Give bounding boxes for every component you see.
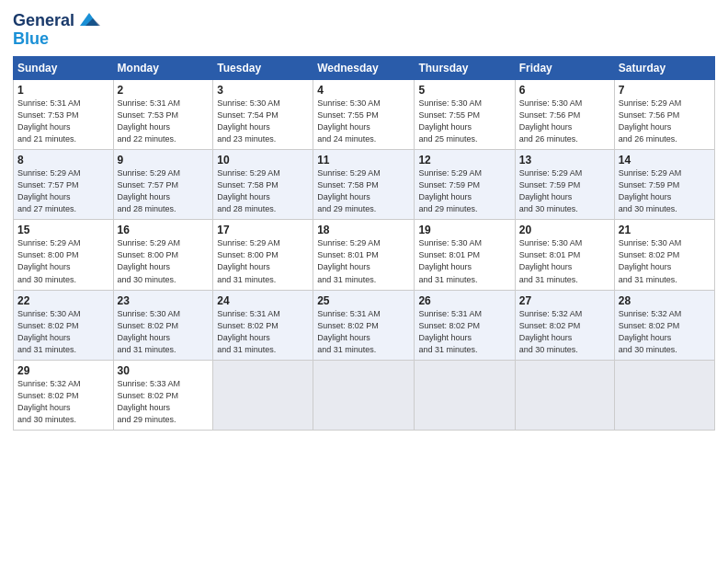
day-info: Sunrise: 5:31 AM Sunset: 8:02 PM Dayligh…	[217, 308, 309, 356]
day-number: 3	[217, 84, 309, 97]
header: General Blue	[13, 9, 715, 49]
day-cell: 12 Sunrise: 5:29 AM Sunset: 7:59 PM Dayl…	[415, 150, 515, 220]
calendar-row: 29 Sunrise: 5:32 AM Sunset: 8:02 PM Dayl…	[14, 360, 715, 430]
day-number: 5	[418, 84, 510, 97]
day-info: Sunrise: 5:29 AM Sunset: 7:57 PM Dayligh…	[118, 167, 210, 215]
col-friday: Friday	[515, 57, 614, 80]
day-number: 13	[519, 154, 610, 167]
day-cell: 3 Sunrise: 5:30 AM Sunset: 7:54 PM Dayli…	[213, 80, 313, 150]
calendar-row: 8 Sunrise: 5:29 AM Sunset: 7:57 PM Dayli…	[14, 150, 715, 220]
col-tuesday: Tuesday	[213, 57, 313, 80]
day-info: Sunrise: 5:31 AM Sunset: 8:02 PM Dayligh…	[418, 308, 510, 356]
day-number: 21	[619, 224, 711, 236]
day-cell: 11 Sunrise: 5:29 AM Sunset: 7:58 PM Dayl…	[313, 150, 415, 220]
day-cell: 18 Sunrise: 5:29 AM Sunset: 8:01 PM Dayl…	[313, 220, 415, 290]
calendar-row: 15 Sunrise: 5:29 AM Sunset: 8:00 PM Dayl…	[14, 220, 715, 290]
day-cell: 4 Sunrise: 5:30 AM Sunset: 7:55 PM Dayli…	[313, 80, 415, 150]
day-info: Sunrise: 5:31 AM Sunset: 8:02 PM Dayligh…	[317, 308, 410, 356]
calendar-page: General Blue Sunday Monday Tuesday Wedne…	[0, 0, 728, 563]
day-cell: 19 Sunrise: 5:30 AM Sunset: 8:01 PM Dayl…	[415, 220, 515, 290]
day-number: 9	[118, 154, 210, 167]
day-info: Sunrise: 5:30 AM Sunset: 8:02 PM Dayligh…	[17, 308, 109, 356]
day-info: Sunrise: 5:29 AM Sunset: 7:59 PM Dayligh…	[418, 167, 510, 215]
day-cell: 20 Sunrise: 5:30 AM Sunset: 8:01 PM Dayl…	[515, 220, 614, 290]
day-cell: 26 Sunrise: 5:31 AM Sunset: 8:02 PM Dayl…	[415, 290, 515, 360]
day-number: 26	[418, 294, 510, 307]
day-number: 20	[519, 224, 610, 236]
day-number: 7	[619, 84, 711, 97]
day-number: 28	[619, 294, 711, 307]
day-cell: 28 Sunrise: 5:32 AM Sunset: 8:02 PM Dayl…	[614, 290, 714, 360]
day-number: 4	[317, 84, 410, 97]
day-info: Sunrise: 5:29 AM Sunset: 8:01 PM Dayligh…	[317, 237, 410, 285]
empty-cell	[213, 360, 313, 430]
day-info: Sunrise: 5:31 AM Sunset: 7:53 PM Dayligh…	[17, 98, 109, 145]
empty-cell	[313, 360, 415, 430]
day-info: Sunrise: 5:30 AM Sunset: 8:02 PM Dayligh…	[118, 308, 210, 356]
weekday-header-row: Sunday Monday Tuesday Wednesday Thursday…	[14, 57, 715, 80]
day-number: 30	[118, 364, 210, 377]
day-cell: 6 Sunrise: 5:30 AM Sunset: 7:56 PM Dayli…	[515, 80, 614, 150]
day-cell: 5 Sunrise: 5:30 AM Sunset: 7:55 PM Dayli…	[415, 80, 515, 150]
day-info: Sunrise: 5:32 AM Sunset: 8:02 PM Dayligh…	[619, 308, 711, 356]
empty-cell	[515, 360, 614, 430]
col-sunday: Sunday	[14, 57, 114, 80]
col-monday: Monday	[113, 57, 213, 80]
col-wednesday: Wednesday	[313, 57, 415, 80]
day-info: Sunrise: 5:30 AM Sunset: 7:56 PM Dayligh…	[519, 98, 610, 145]
day-info: Sunrise: 5:31 AM Sunset: 7:53 PM Dayligh…	[118, 98, 210, 145]
day-cell: 16 Sunrise: 5:29 AM Sunset: 8:00 PM Dayl…	[113, 220, 213, 290]
day-cell: 29 Sunrise: 5:32 AM Sunset: 8:02 PM Dayl…	[14, 360, 114, 430]
day-cell: 14 Sunrise: 5:29 AM Sunset: 7:59 PM Dayl…	[614, 150, 714, 220]
day-number: 6	[519, 84, 610, 97]
day-cell: 25 Sunrise: 5:31 AM Sunset: 8:02 PM Dayl…	[313, 290, 415, 360]
day-cell: 15 Sunrise: 5:29 AM Sunset: 8:00 PM Dayl…	[14, 220, 114, 290]
day-info: Sunrise: 5:32 AM Sunset: 8:02 PM Dayligh…	[17, 378, 109, 426]
day-cell: 22 Sunrise: 5:30 AM Sunset: 8:02 PM Dayl…	[14, 290, 114, 360]
day-info: Sunrise: 5:32 AM Sunset: 8:02 PM Dayligh…	[519, 308, 610, 356]
col-saturday: Saturday	[614, 57, 714, 80]
day-info: Sunrise: 5:30 AM Sunset: 7:55 PM Dayligh…	[418, 98, 510, 145]
day-cell: 7 Sunrise: 5:29 AM Sunset: 7:56 PM Dayli…	[614, 80, 714, 150]
day-number: 17	[217, 224, 309, 236]
empty-cell	[415, 360, 515, 430]
day-info: Sunrise: 5:29 AM Sunset: 7:59 PM Dayligh…	[519, 167, 610, 215]
day-number: 22	[17, 294, 109, 307]
day-cell: 10 Sunrise: 5:29 AM Sunset: 7:58 PM Dayl…	[213, 150, 313, 220]
logo: General Blue	[13, 9, 102, 49]
day-cell: 30 Sunrise: 5:33 AM Sunset: 8:02 PM Dayl…	[113, 360, 213, 430]
day-info: Sunrise: 5:30 AM Sunset: 8:02 PM Dayligh…	[619, 237, 711, 285]
day-number: 1	[17, 84, 109, 97]
day-number: 29	[17, 364, 109, 377]
day-cell: 21 Sunrise: 5:30 AM Sunset: 8:02 PM Dayl…	[614, 220, 714, 290]
day-cell: 13 Sunrise: 5:29 AM Sunset: 7:59 PM Dayl…	[515, 150, 614, 220]
day-number: 12	[418, 154, 510, 167]
day-number: 24	[217, 294, 309, 307]
day-number: 14	[619, 154, 711, 167]
day-info: Sunrise: 5:30 AM Sunset: 8:01 PM Dayligh…	[519, 237, 610, 285]
day-info: Sunrise: 5:29 AM Sunset: 7:59 PM Dayligh…	[619, 167, 711, 215]
day-number: 25	[317, 294, 410, 307]
day-cell: 27 Sunrise: 5:32 AM Sunset: 8:02 PM Dayl…	[515, 290, 614, 360]
day-info: Sunrise: 5:30 AM Sunset: 8:01 PM Dayligh…	[418, 237, 510, 285]
day-number: 27	[519, 294, 610, 307]
day-info: Sunrise: 5:30 AM Sunset: 7:54 PM Dayligh…	[217, 98, 309, 145]
col-thursday: Thursday	[415, 57, 515, 80]
logo-icon	[76, 7, 102, 33]
day-info: Sunrise: 5:29 AM Sunset: 7:56 PM Dayligh…	[619, 98, 711, 145]
day-info: Sunrise: 5:30 AM Sunset: 7:55 PM Dayligh…	[317, 98, 410, 145]
day-cell: 17 Sunrise: 5:29 AM Sunset: 8:00 PM Dayl…	[213, 220, 313, 290]
day-cell: 23 Sunrise: 5:30 AM Sunset: 8:02 PM Dayl…	[113, 290, 213, 360]
day-number: 18	[317, 224, 410, 236]
day-cell: 8 Sunrise: 5:29 AM Sunset: 7:57 PM Dayli…	[14, 150, 114, 220]
day-cell: 24 Sunrise: 5:31 AM Sunset: 8:02 PM Dayl…	[213, 290, 313, 360]
day-number: 10	[217, 154, 309, 167]
day-number: 8	[17, 154, 109, 167]
day-cell: 2 Sunrise: 5:31 AM Sunset: 7:53 PM Dayli…	[113, 80, 213, 150]
day-number: 2	[118, 84, 210, 97]
day-cell: 9 Sunrise: 5:29 AM Sunset: 7:57 PM Dayli…	[113, 150, 213, 220]
empty-cell	[614, 360, 714, 430]
logo-text: General	[13, 12, 74, 30]
day-info: Sunrise: 5:29 AM Sunset: 7:58 PM Dayligh…	[317, 167, 410, 215]
day-info: Sunrise: 5:29 AM Sunset: 8:00 PM Dayligh…	[118, 237, 210, 285]
